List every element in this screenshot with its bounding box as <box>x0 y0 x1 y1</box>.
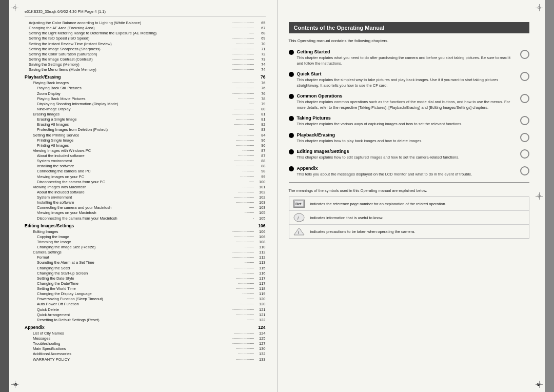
chapter-item-appendix: Appendix This tells you about the messag… <box>289 166 530 178</box>
toc-item: Setting the Instant Review Time (Instant… <box>25 42 266 47</box>
toc-section-editing: Editing Images/Settings 106 Editing Imag… <box>25 223 266 323</box>
toc-item: List of City Names···················124 <box>25 331 266 336</box>
chapter-title: Editing Images/Settings <box>297 149 517 154</box>
symbol-icon-info: i <box>292 212 306 223</box>
contents-title: Contents of the Operating Manual <box>289 22 530 33</box>
chapter-desc: This chapter explains how to edit captur… <box>297 155 517 161</box>
chapter-circle <box>520 149 529 159</box>
chapter-item-getting-started: Getting Started This chapter explains wh… <box>289 49 530 66</box>
toc-item: Viewing images on your PC·············99 <box>25 174 266 180</box>
toc-item: Setting the Light Metering Range to Dete… <box>25 31 266 36</box>
chapter-item-taking-pictures: Taking Pictures This chapter explains th… <box>289 115 530 127</box>
toc-item: Printing Single Image·················96 <box>25 138 266 143</box>
chapter-item-editing: Editing Images/Settings This chapter exp… <box>289 149 530 161</box>
toc-item: Erasing a Single Image·················8… <box>25 117 266 122</box>
left-page: e01KB335_33e.qk 6/6/02 4:30 PM Page 4 (1… <box>0 0 278 392</box>
toc-section-title-editing: Editing Images/Settings 106 <box>25 223 266 228</box>
chapter-bullet <box>289 50 294 55</box>
toc-item: Nine-Image Display···················80 <box>25 107 266 112</box>
toc-item: About the included software·············… <box>25 190 266 195</box>
toc-item: Adjusting the Color Balance according to… <box>25 21 266 26</box>
toc-item: Camera Settings·····················112 <box>25 250 266 255</box>
chapter-circle <box>520 50 529 59</box>
toc-item: Displaying Shooting Information (Display… <box>25 102 266 107</box>
chapter-circle <box>520 133 529 142</box>
symbol-text-ref: indicates the reference page number for … <box>310 201 446 207</box>
intro-text: This Operating manual contains the follo… <box>289 38 530 43</box>
symbol-row-info: i indicates information that is useful t… <box>289 211 529 225</box>
ref-icon: Ref <box>293 200 305 208</box>
page-header-right <box>289 9 530 16</box>
toc-item: Saving the Menu Items (Mode Memory) ····… <box>25 67 266 72</box>
toc-item: Zoom Display·····················76 <box>25 91 266 96</box>
toc-item: Setting the Image Contrast (Contrast) ··… <box>25 57 266 62</box>
chapter-content: Common Operations This chapter explains … <box>297 93 517 110</box>
toc-item: Erasing Images·····················81 <box>25 112 266 117</box>
chapter-desc: This chapter explains common operations … <box>297 100 517 110</box>
toc-item: Setting the Date Style·················1… <box>25 276 266 281</box>
chapter-title: Common Operations <box>297 93 517 99</box>
chapter-content: Quick Start This chapter explains the si… <box>297 71 517 88</box>
chapter-content: Taking Pictures This chapter explains th… <box>297 115 517 127</box>
chapter-title: Appendix <box>297 166 517 171</box>
toc-item: Disconnecting the camera from your PC···… <box>25 180 266 185</box>
svg-text:Ref: Ref <box>295 202 302 206</box>
right-page: Contents of the Operating Manual This Op… <box>278 0 555 392</box>
toc-item: Sounding the Alarm at a Set Time········… <box>25 260 266 265</box>
toc-item: Playing Back Movie Pictures·············… <box>25 96 266 102</box>
page-header-left: e01KB335_33e.qk 6/6/02 4:30 PM Page 4 (1… <box>25 9 266 16</box>
toc-item: Setting the ISO Speed (ISO Speed) ······… <box>25 36 266 41</box>
toc-item: System environment···················88 <box>25 159 266 164</box>
toc-item: Troubleshooting·····················127 <box>25 341 266 346</box>
chapter-title: Taking Pictures <box>297 115 517 121</box>
toc-item: Powersaving Function (Sleep Timeout)····… <box>25 297 266 302</box>
toc-item: Main Specifications·················130 <box>25 346 266 351</box>
toc-item: Messages·····················125 <box>25 336 266 341</box>
symbols-section: The meanings of the symbols used in this… <box>289 188 530 239</box>
toc-item: About the included software·············… <box>25 153 266 159</box>
toc-item: Resetting to Default Settings (Reset)···… <box>25 318 266 323</box>
toc-item: Installing the software·················… <box>25 164 266 169</box>
toc-item: Erasing All Images···················82 <box>25 122 266 127</box>
toc-item: Changing the Seed···················115 <box>25 266 266 271</box>
symbol-text-info: indicates information that is useful to … <box>310 215 384 221</box>
toc-content: Adjusting the Color Balance according to… <box>25 21 266 362</box>
toc-item: Auto Power Off Function·············120 <box>25 302 266 307</box>
toc-item: System environment···················102 <box>25 195 266 200</box>
chapter-desc: This chapter explains how to play back i… <box>297 139 517 144</box>
chapter-item-common-ops: Common Operations This chapter explains … <box>289 93 530 110</box>
page-number-left: 4 <box>14 382 17 387</box>
chapter-bullet <box>289 94 294 99</box>
symbol-text-caution: indicates precautions to be taken when o… <box>310 229 416 234</box>
toc-section-title-playback: Playback/Erasing 76 <box>25 74 266 80</box>
toc-item: Installing the software·················… <box>25 200 266 205</box>
toc-item: Setting the Image Sharpness (Sharpness) … <box>25 47 266 52</box>
chapter-bullet <box>289 133 294 138</box>
toc-item: Viewing Images with Macintosh···········… <box>25 185 266 190</box>
toc-item: Setting the Color Saturation (Saturation… <box>25 52 266 57</box>
toc-item: Changing the Image Size (Resize)········… <box>25 245 266 250</box>
toc-item: Changing the AF Area (Focusing Area) ···… <box>25 26 266 31</box>
toc-section-playback: Playback/Erasing 76 Playing Back Images·… <box>25 74 266 221</box>
symbol-icon-ref: Ref <box>292 199 306 209</box>
chapter-circle <box>520 166 529 175</box>
chapter-content: Appendix This tells you about the messag… <box>297 166 517 178</box>
toc-item: Disconnecting the camera from your Macin… <box>25 216 266 221</box>
toc-item: Editing Images·····················106 <box>25 229 266 234</box>
toc-item: Changing the Start-up Screen···········1… <box>25 271 266 276</box>
symbol-row-ref: Ref indicates the reference page number … <box>289 197 529 211</box>
chapter-desc: This chapter explains the simplest way t… <box>297 77 517 88</box>
toc-item: Format·····················112 <box>25 255 266 260</box>
toc-item: Viewing images on your Macintosh········… <box>25 210 266 215</box>
chapter-circle <box>520 94 529 103</box>
symbol-icon-caution: ! <box>292 226 306 237</box>
crosshair-top-right <box>536 4 543 11</box>
toc-item: Changing the Date/Time···············117 <box>25 281 266 286</box>
chapter-title: Playback/Erasing <box>297 132 517 138</box>
chapter-desc: This chapter explains what you need to d… <box>297 55 517 66</box>
chapter-title: Quick Start <box>297 71 517 76</box>
chapter-bullet <box>289 72 294 77</box>
toc-item: Printing All Images·················96 <box>25 143 266 148</box>
chapter-content: Playback/Erasing This chapter explains h… <box>297 132 517 144</box>
chapter-desc: This chapter explains the various ways o… <box>297 122 517 127</box>
